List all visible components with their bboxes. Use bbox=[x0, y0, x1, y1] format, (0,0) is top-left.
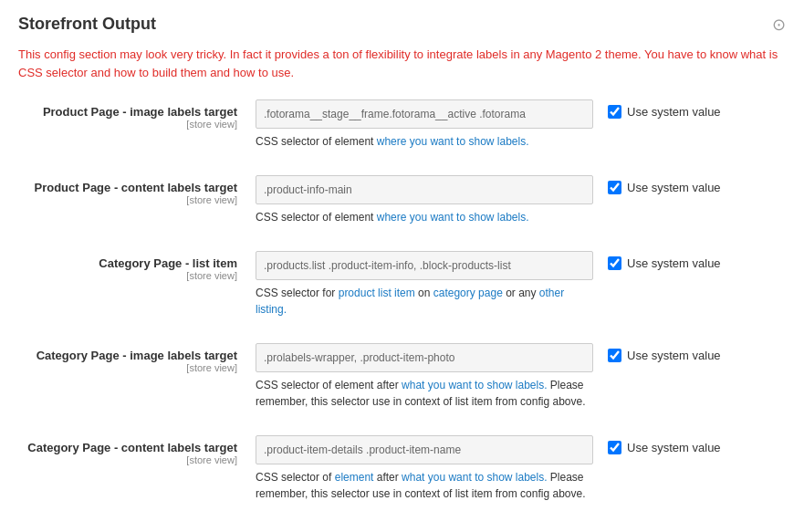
row-label-sub: [store view] bbox=[18, 194, 237, 205]
use-system-label-category-list-item: Use system value bbox=[627, 256, 721, 270]
collapse-icon[interactable]: ⊙ bbox=[772, 15, 786, 35]
config-row-category-list-item: Category Page - list item [store view] U… bbox=[18, 251, 786, 321]
use-system-checkbox-product-image-target[interactable] bbox=[608, 105, 621, 119]
row-label-product-content-target: Product Page - content labels target [st… bbox=[18, 175, 256, 205]
row-input-area-category-list-item: Use system value bbox=[256, 251, 786, 280]
row-input-area-category-image-target: Use system value bbox=[256, 343, 786, 372]
use-system-label-category-image-target: Use system value bbox=[627, 349, 721, 362]
use-system-label-product-image-target: Use system value bbox=[627, 105, 721, 119]
help-text-product-content-target: CSS selector of element where you want t… bbox=[256, 209, 593, 225]
use-system-checkbox-category-list-item[interactable] bbox=[608, 256, 621, 270]
use-system-value-category-list-item: Use system value bbox=[608, 251, 721, 270]
row-label-main: Product Page - content labels target bbox=[35, 181, 238, 194]
row-label-category-list-item: Category Page - list item [store view] bbox=[18, 251, 256, 281]
page-header: Storefront Output ⊙ bbox=[18, 15, 786, 35]
row-label-product-image-target: Product Page - image labels target [stor… bbox=[18, 99, 256, 130]
row-label-category-image-target: Category Page - image labels target [sto… bbox=[18, 343, 256, 373]
use-system-checkbox-category-content-target[interactable] bbox=[608, 441, 621, 454]
use-system-label-category-content-target: Use system value bbox=[627, 441, 721, 454]
row-label-main: Category Page - content labels target bbox=[27, 441, 237, 454]
row-label-main: Category Page - image labels target bbox=[37, 349, 237, 362]
config-rows: Product Page - image labels target [stor… bbox=[18, 99, 786, 506]
row-label-main: Category Page - list item bbox=[99, 256, 237, 270]
use-system-checkbox-product-content-target[interactable] bbox=[608, 181, 621, 194]
use-system-value-category-content-target: Use system value bbox=[608, 435, 721, 454]
help-text-category-image-target: CSS selector of element after what you w… bbox=[256, 377, 593, 410]
config-row-product-content-target: Product Page - content labels target [st… bbox=[18, 175, 786, 229]
row-label-sub: [store view] bbox=[18, 270, 237, 281]
help-text-category-list-item: CSS selector for product list item on ca… bbox=[256, 285, 593, 318]
row-content-product-image-target: Use system valueCSS selector of element … bbox=[256, 99, 786, 150]
row-content-category-content-target: Use system valueCSS selector of element … bbox=[256, 435, 786, 502]
row-label-main: Product Page - image labels target bbox=[43, 105, 237, 119]
use-system-checkbox-category-image-target[interactable] bbox=[608, 349, 621, 362]
help-text-category-content-target: CSS selector of element after what you w… bbox=[256, 469, 593, 502]
input-product-content-target[interactable] bbox=[256, 175, 593, 204]
use-system-value-product-image-target: Use system value bbox=[608, 99, 721, 119]
help-text-product-image-target: CSS selector of element where you want t… bbox=[256, 133, 593, 150]
row-label-sub: [store view] bbox=[18, 119, 237, 130]
row-input-area-category-content-target: Use system value bbox=[256, 435, 786, 464]
row-input-area-product-content-target: Use system value bbox=[256, 175, 786, 204]
config-row-category-image-target: Category Page - image labels target [sto… bbox=[18, 343, 786, 413]
intro-text: This config section may look very tricky… bbox=[18, 46, 786, 81]
row-label-sub: [store view] bbox=[18, 454, 237, 465]
row-content-product-content-target: Use system valueCSS selector of element … bbox=[256, 175, 786, 225]
use-system-label-product-content-target: Use system value bbox=[627, 181, 721, 194]
row-content-category-image-target: Use system valueCSS selector of element … bbox=[256, 343, 786, 410]
row-content-category-list-item: Use system valueCSS selector for product… bbox=[256, 251, 786, 318]
config-row-category-content-target: Category Page - content labels target [s… bbox=[18, 435, 786, 506]
input-category-image-target[interactable] bbox=[256, 343, 593, 372]
input-product-image-target[interactable] bbox=[256, 99, 593, 129]
input-category-list-item[interactable] bbox=[256, 251, 593, 280]
use-system-value-product-content-target: Use system value bbox=[608, 175, 721, 194]
config-row-product-image-target: Product Page - image labels target [stor… bbox=[18, 99, 786, 153]
use-system-value-category-image-target: Use system value bbox=[608, 343, 721, 362]
row-input-area-product-image-target: Use system value bbox=[256, 99, 786, 129]
row-label-category-content-target: Category Page - content labels target [s… bbox=[18, 435, 256, 465]
input-category-content-target[interactable] bbox=[256, 435, 593, 464]
page-title: Storefront Output bbox=[18, 15, 156, 34]
row-label-sub: [store view] bbox=[18, 362, 237, 373]
